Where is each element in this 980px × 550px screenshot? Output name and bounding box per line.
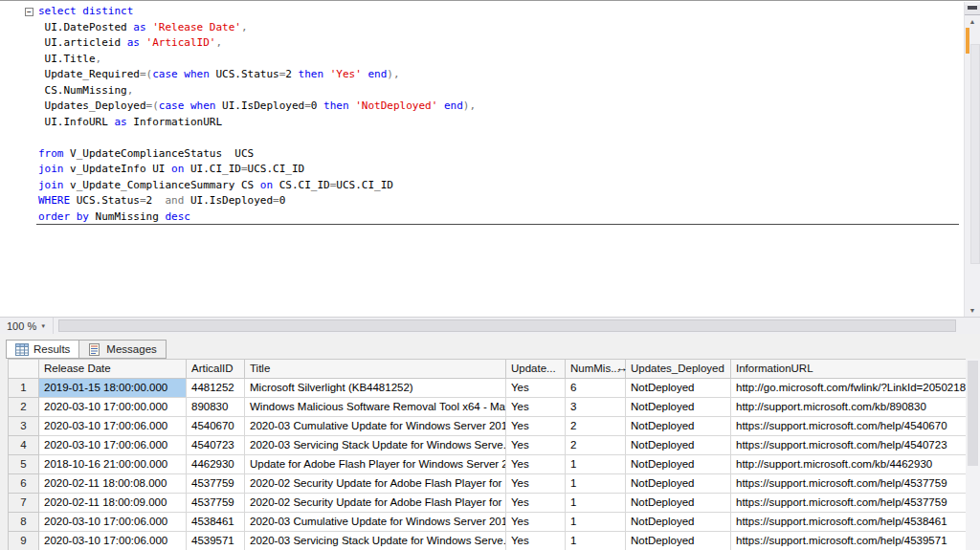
grid-cell-artical-id[interactable]: 4481252	[187, 379, 245, 398]
grid-cell-updates-deployed[interactable]: NotDeployed	[626, 494, 731, 513]
code-line[interactable]: CS.NumMissing,	[0, 83, 963, 99]
hscrollbar-thumb[interactable]	[58, 319, 956, 332]
grid-cell-title[interactable]: 2020-02 Security Update for Adobe Flash …	[245, 494, 506, 513]
grid-cell-title[interactable]: 2020-02 Security Update for Adobe Flash …	[245, 474, 506, 494]
sql-editor[interactable]: −select distinct UI.DatePosted as 'Relea…	[0, 0, 980, 317]
scroll-down-arrow-icon[interactable]: ▼	[965, 304, 980, 318]
grid-cell-artical-id[interactable]: 4538461	[187, 513, 245, 532]
grid-cell-information-url[interactable]: https://support.microsoft.com/help/45377…	[731, 474, 966, 494]
column-header-num-missing[interactable]: NumMis...	[566, 360, 626, 379]
grid-cell-information-url[interactable]: https://support.microsoft.com/help/45395…	[731, 532, 966, 550]
column-header-information-url[interactable]: InformationURL	[731, 360, 966, 379]
grid-vertical-scrollbar[interactable]	[966, 359, 980, 550]
grid-cell-release-date[interactable]: 2018-10-16 21:00:00.000	[39, 455, 187, 474]
grid-cell-release-date[interactable]: 2020-03-10 17:00:06.000	[39, 513, 187, 532]
grid-cell-release-date[interactable]: 2020-02-11 18:00:08.000	[39, 474, 187, 494]
fold-collapse-box[interactable]: −	[25, 4, 38, 20]
grid-cell-updates-deployed[interactable]: NotDeployed	[626, 417, 731, 436]
grid-cell-information-url[interactable]: https://support.microsoft.com/help/45377…	[731, 494, 966, 513]
grid-cell-information-url[interactable]: https://support.microsoft.com/help/45406…	[731, 417, 966, 436]
grid-cell-release-date[interactable]: 2020-03-10 17:00:06.000	[39, 532, 187, 550]
grid-cell-update-required[interactable]: Yes	[506, 474, 566, 494]
editor-horizontal-scrollbar[interactable]	[54, 318, 964, 334]
grid-scrollbar-thumb[interactable]	[968, 361, 978, 466]
grid-cell-update-required[interactable]: Yes	[506, 417, 566, 436]
code-line[interactable]: WHERE UCS.Status=2 and UI.IsDeployed=0	[0, 193, 963, 209]
grid-cell-title[interactable]: Update for Adobe Flash Player for Window…	[245, 455, 506, 474]
grid-cell-num-missing[interactable]: 1	[566, 474, 626, 494]
column-header-updates-deployed[interactable]: Updates_Deployed	[626, 360, 731, 379]
grid-cell-artical-id[interactable]: 4540670	[187, 417, 245, 436]
grid-cell-artical-id[interactable]: 890830	[187, 398, 245, 417]
grid-cell-update-required[interactable]: Yes	[506, 436, 566, 455]
grid-cell-artical-id[interactable]: 4537759	[187, 474, 245, 494]
grid-cell-artical-id[interactable]: 4537759	[187, 494, 245, 513]
grid-cell-update-required[interactable]: Yes	[506, 455, 566, 474]
grid-cell-num-missing[interactable]: 3	[566, 398, 626, 417]
row-header[interactable]: 2	[9, 398, 39, 417]
grid-cell-title[interactable]: 2020-03 Servicing Stack Update for Windo…	[245, 436, 506, 455]
grid-cell-num-missing[interactable]: 1	[566, 455, 626, 474]
grid-cell-num-missing[interactable]: 1	[566, 532, 626, 550]
grid-cell-updates-deployed[interactable]: NotDeployed	[626, 532, 731, 550]
grid-cell-title[interactable]: 2020-03 Servicing Stack Update for Windo…	[245, 532, 506, 550]
grid-cell-num-missing[interactable]: 1	[566, 494, 626, 513]
splitter-handle[interactable]	[965, 5, 980, 15]
column-header-update-required[interactable]: Update...	[506, 360, 566, 379]
grid-cell-update-required[interactable]: Yes	[506, 494, 566, 513]
row-header[interactable]: 4	[9, 436, 39, 455]
grid-cell-release-date[interactable]: 2020-03-10 17:00:06.000	[39, 417, 187, 436]
column-header-artical-id[interactable]: ArticalID	[187, 360, 245, 379]
grid-cell-release-date[interactable]: 2020-02-11 18:00:09.000	[39, 494, 187, 513]
code-line[interactable]: join v_UpdateInfo UI on UI.CI_ID=UCS.CI_…	[0, 162, 963, 178]
grid-cell-update-required[interactable]: Yes	[506, 513, 566, 532]
grid-cell-updates-deployed[interactable]: NotDeployed	[626, 455, 731, 474]
grid-cell-information-url[interactable]: https://support.microsoft.com/help/45407…	[731, 436, 966, 455]
column-header-title[interactable]: Title	[245, 360, 506, 379]
grid-cell-artical-id[interactable]: 4462930	[187, 455, 245, 474]
code-line[interactable]: −select distinct	[0, 4, 963, 20]
grid-cell-updates-deployed[interactable]: NotDeployed	[626, 436, 731, 455]
tab-messages[interactable]: Messages	[79, 340, 166, 359]
grid-cell-release-date[interactable]: 2020-03-10 17:00:06.000	[39, 436, 187, 455]
grid-cell-release-date[interactable]: 2019-01-15 18:00:00.000	[39, 379, 187, 398]
code-line[interactable]: Update_Required=(case when UCS.Status=2 …	[0, 67, 963, 83]
code-line[interactable]: UI.Title,	[0, 52, 963, 68]
code-line[interactable]: UI.articleid as 'ArticalID',	[0, 35, 963, 52]
grid-cell-information-url[interactable]: http://support.microsoft.com/kb/4462930	[731, 455, 966, 474]
grid-cell-updates-deployed[interactable]: NotDeployed	[626, 379, 731, 398]
row-header[interactable]: 8	[9, 513, 39, 532]
row-header[interactable]: 6	[9, 474, 39, 494]
grid-cell-title[interactable]: 2020-03 Cumulative Update for Windows Se…	[245, 417, 506, 436]
grid-cell-updates-deployed[interactable]: NotDeployed	[626, 398, 731, 417]
grid-cell-updates-deployed[interactable]: NotDeployed	[626, 513, 731, 532]
row-header[interactable]: 5	[9, 455, 39, 474]
code-line[interactable]: Updates_Deployed=(case when UI.IsDeploye…	[0, 99, 963, 115]
grid-cell-num-missing[interactable]: 1	[566, 513, 626, 532]
grid-cell-update-required[interactable]: Yes	[506, 532, 566, 550]
row-header[interactable]: 7	[9, 494, 39, 513]
editor-vertical-scrollbar[interactable]: ▲ ▼	[964, 2, 980, 318]
tab-results[interactable]: Results	[6, 340, 79, 359]
grid-cell-num-missing[interactable]: 2	[566, 436, 626, 455]
column-header-release-date[interactable]: Release Date	[39, 360, 187, 379]
grid-cell-title[interactable]: Microsoft Silverlight (KB4481252)	[245, 379, 506, 398]
code-line[interactable]: order by NumMissing desc	[0, 209, 963, 226]
grid-cell-information-url[interactable]: http://go.microsoft.com/fwlink/?LinkId=2…	[731, 379, 966, 398]
grid-cell-update-required[interactable]: Yes	[506, 379, 566, 398]
code-line[interactable]: join v_Update_ComplianceSummary CS on CS…	[0, 178, 963, 194]
code-line[interactable]: UI.DatePosted as 'Release Date',	[0, 20, 963, 36]
grid-cell-update-required[interactable]: Yes	[506, 398, 566, 417]
grid-cell-artical-id[interactable]: 4539571	[187, 532, 245, 550]
code-line[interactable]	[0, 130, 963, 146]
grid-cell-title[interactable]: 2020-03 Cumulative Update for Windows Se…	[245, 513, 506, 532]
grid-cell-num-missing[interactable]: 6	[566, 379, 626, 398]
column-header-row-number[interactable]	[9, 360, 39, 379]
grid-cell-release-date[interactable]: 2020-03-10 17:00:00.000	[39, 398, 187, 417]
grid-cell-updates-deployed[interactable]: NotDeployed	[626, 474, 731, 494]
grid-cell-num-missing[interactable]: 2	[566, 417, 626, 436]
editor-scrollbar-thumb[interactable]	[970, 44, 980, 264]
zoom-select[interactable]: 100 % ▼	[0, 318, 54, 334]
grid-cell-information-url[interactable]: http://support.microsoft.com/kb/890830	[731, 398, 966, 417]
grid-cell-information-url[interactable]: https://support.microsoft.com/help/45384…	[731, 513, 966, 532]
